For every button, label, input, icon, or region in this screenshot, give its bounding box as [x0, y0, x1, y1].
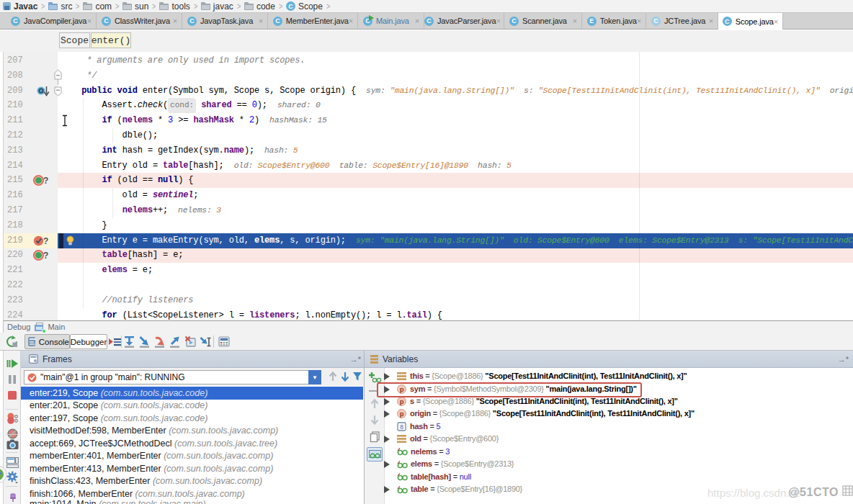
- svg-text:p: p: [400, 410, 404, 418]
- svg-text:p: p: [400, 397, 404, 405]
- svg-text:8: 8: [400, 423, 403, 430]
